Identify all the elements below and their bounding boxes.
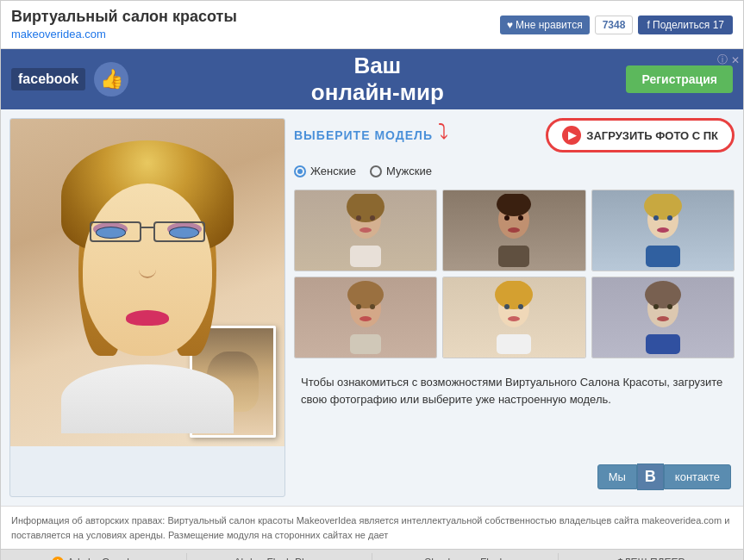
model-select-panel: ВЫБЕРИТЕ МОДЕЛЬ ⤵ ▶ ЗАГРУЗИТЬ ФОТО С ПК … [294,118,735,497]
upload-icon: ▶ [562,126,581,145]
svg-point-31 [645,281,681,308]
model-thumb-6-inner [592,277,734,358]
shockwave-label: Shockwave Flash [424,557,505,561]
choose-model-section: ВЫБЕРИТЕ МОДЕЛЬ ⤵ [294,123,448,147]
site-title: Виртуальный салон красоты [11,8,237,26]
thumbs-up-icon: 👍 [94,62,128,96]
gender-male-label: Мужские [386,165,432,177]
gender-male-option[interactable]: Мужские [370,165,432,177]
radio-female-circle [294,165,306,177]
fb-close-icons: ⓘ ✕ [717,53,740,67]
model-face-5-svg [488,281,540,354]
svg-point-17 [657,227,669,233]
model-face-6-svg [637,281,689,354]
curved-arrow-icon: ⤵ [438,120,448,144]
svg-point-33 [653,304,659,309]
vk-contact-label: контакте [664,464,731,489]
site-url[interactable]: makeoveridea.com [11,28,106,40]
facebook-logo: facebook [11,68,85,90]
model-thumb-4-inner [295,277,436,358]
vk-section: Мы В контакте [294,457,735,497]
gender-female-option[interactable]: Женские [294,165,356,177]
model-thumb-1-inner [295,190,436,271]
model-thumb-5-inner [443,277,585,358]
svg-point-29 [508,316,520,321]
flash-ru-item[interactable]: ФЛЕШ ПЛЕЕР [559,553,744,561]
svg-point-4 [370,215,375,221]
model-photo-main [10,119,284,446]
svg-point-5 [359,227,372,233]
flash-player-label: Abdoe Flash Player [234,557,324,561]
svg-point-9 [504,215,510,221]
ads-by-google-item[interactable]: i Ads by Google [1,553,187,561]
ads-label: Ads by Google [67,557,135,561]
nose [139,261,156,278]
svg-point-35 [657,316,669,321]
model-thumb-6[interactable] [591,277,735,358]
vk-logo-button[interactable]: В [637,464,664,490]
flash-ru-label: ФЛЕШ ПЛЕЕР [616,557,685,561]
svg-point-27 [504,304,510,309]
glasses-right [153,221,205,242]
model-thumb-5[interactable] [442,277,585,358]
gender-female-label: Женские [310,165,356,177]
model-thumb-1[interactable] [294,190,437,271]
face-display [53,132,242,433]
svg-rect-32 [646,334,680,354]
flash-player-item[interactable]: Abdoe Flash Player [187,553,373,561]
radio-male-circle [370,165,382,177]
footer-text: Информация об авторских правах: Виртуаль… [1,506,743,549]
body-shoulders [61,364,234,433]
svg-point-22 [370,304,375,309]
svg-point-11 [508,227,520,233]
glasses-left [90,221,141,242]
info-icon[interactable]: ⓘ [717,53,728,67]
fb-banner-title: Вашонлайн-мир [311,53,444,106]
model-select-header: ВЫБЕРИТЕ МОДЕЛЬ ⤵ ▶ ЗАГРУЗИТЬ ФОТО С ПК [294,118,735,152]
svg-point-28 [518,304,523,309]
glasses-bridge [141,227,153,228]
title-area: Виртуальный салон красоты makeoveridea.c… [11,8,237,41]
facebook-banner: facebook 👍 Вашонлайн-мир Регистрация ⓘ ✕ [1,49,743,109]
shockwave-item[interactable]: Shockwave Flash [372,553,559,561]
model-face-1-svg [340,194,391,267]
upload-photo-button[interactable]: ▶ ЗАГРУЗИТЬ ФОТО С ПК [546,118,735,152]
svg-rect-8 [498,246,529,267]
svg-rect-20 [350,334,381,354]
choose-model-label: ВЫБЕРИТЕ МОДЕЛЬ [294,128,433,142]
top-bar: Виртуальный салон красоты makeoveridea.c… [1,1,743,49]
main-container: Виртуальный салон красоты makeoveridea.c… [0,0,744,560]
svg-point-21 [356,304,361,309]
svg-point-10 [518,215,523,221]
svg-point-34 [667,304,672,309]
svg-point-15 [653,215,659,221]
ads-icon: i [52,557,64,561]
description-text: Чтобы ознакомиться с возможностями Вирту… [294,367,735,414]
model-photo-panel [9,118,285,497]
share-button[interactable]: f Поделиться 17 [638,16,733,34]
register-button[interactable]: Регистрация [626,65,733,93]
close-icon[interactable]: ✕ [731,53,740,67]
like-button[interactable]: ♥ Мне нравится [500,16,590,34]
bottom-bar: i Ads by Google Abdoe Flash Player Shock… [1,549,743,560]
top-bar-right: ♥ Мне нравится 7348 f Поделиться 17 [500,16,733,34]
svg-point-23 [359,316,372,321]
svg-point-16 [667,215,672,221]
radio-dot [297,169,303,174]
model-thumb-4[interactable] [294,277,437,358]
model-thumb-2-inner [443,190,585,271]
svg-point-19 [347,281,384,308]
svg-rect-14 [646,246,680,267]
fb-banner-left: facebook 👍 [11,62,128,96]
model-grid [294,190,735,358]
model-thumb-3[interactable] [591,190,735,271]
model-thumb-2[interactable] [442,190,585,271]
svg-point-25 [495,281,533,309]
gender-selector: Женские Мужские [294,161,735,181]
lips [126,310,169,326]
svg-rect-26 [497,334,531,354]
like-count: 7348 [595,16,634,34]
content-area: ВЫБЕРИТЕ МОДЕЛЬ ⤵ ▶ ЗАГРУЗИТЬ ФОТО С ПК … [1,109,743,506]
model-face-4-svg [340,281,391,354]
face-oval [83,184,212,356]
